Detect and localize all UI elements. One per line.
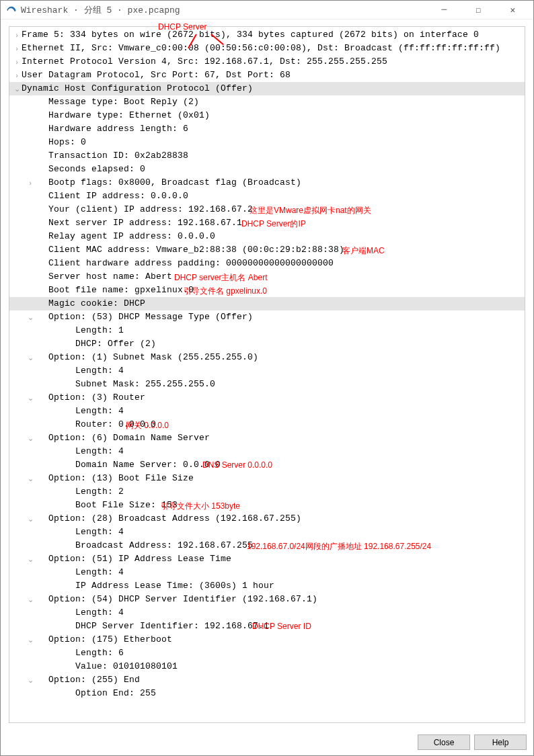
packet-details-pane[interactable]: ›Frame 5: 334 bytes on wire (2672 bits),…: [9, 26, 525, 723]
tree-row[interactable]: Client hardware address padding: 0000000…: [9, 257, 525, 270]
tree-row[interactable]: ›Bootp flags: 0x8000, Broadcast flag (Br…: [9, 176, 525, 190]
tree-row[interactable]: Relay agent IP address: 0.0.0.0: [9, 230, 525, 243]
tree-row[interactable]: ⌄Option: (3) Router: [9, 391, 525, 405]
tree-label: Length: 1: [48, 324, 124, 337]
tree-row[interactable]: Magic cookie: DHCP: [9, 297, 525, 310]
tree-row[interactable]: Boot file name: gpxelinux.0: [9, 284, 525, 297]
tree-label: Message type: Boot Reply (2): [35, 95, 199, 109]
chevron-down-icon[interactable]: ⌄: [26, 633, 35, 646]
tree-row[interactable]: Seconds elapsed: 0: [9, 163, 525, 176]
tree-row[interactable]: Length: 6: [9, 646, 525, 660]
tree-label: Client IP address: 0.0.0.0: [35, 190, 188, 203]
tree-label: Boot File Size: 153: [48, 499, 178, 512]
tree-row[interactable]: ⌄Option: (54) DHCP Server Identifier (19…: [9, 593, 525, 606]
chevron-right-icon[interactable]: ›: [12, 28, 22, 42]
tree-label: Client hardware address padding: 0000000…: [35, 257, 334, 270]
close-window-button[interactable]: ✕: [498, 1, 528, 19]
tree-row[interactable]: Length: 4: [9, 606, 525, 620]
tree-row[interactable]: Client IP address: 0.0.0.0: [9, 190, 525, 203]
chevron-right-icon[interactable]: ›: [12, 42, 22, 55]
tree-row[interactable]: DHCP: Offer (2): [9, 337, 525, 351]
chevron-down-icon[interactable]: ⌄: [12, 82, 22, 95]
tree-label: Bootp flags: 0x8000, Broadcast flag (Bro…: [35, 176, 301, 190]
tree-row[interactable]: Hardware type: Ethernet (0x01): [9, 109, 525, 122]
tree-row[interactable]: ⌄Dynamic Host Configuration Protocol (Of…: [9, 82, 525, 95]
tree-row[interactable]: Boot File Size: 153: [9, 499, 525, 512]
chevron-right-icon[interactable]: ›: [12, 69, 22, 82]
tree-label: Length: 2: [48, 485, 124, 499]
tree-row[interactable]: ›Internet Protocol Version 4, Src: 192.1…: [9, 55, 525, 69]
tree-row[interactable]: Client MAC address: Vmware_b2:88:38 (00:…: [9, 243, 525, 257]
tree-label: Router: 0.0.0.0: [48, 418, 156, 431]
wireshark-icon: [6, 5, 17, 15]
tree-label: Option: (175) Etherboot: [35, 633, 172, 646]
tree-row[interactable]: ›Frame 5: 334 bytes on wire (2672 bits),…: [9, 28, 525, 42]
tree-row[interactable]: DHCP Server Identifier: 192.168.67.1: [9, 620, 525, 633]
tree-row[interactable]: Length: 4: [9, 445, 525, 458]
chevron-down-icon[interactable]: ⌄: [26, 552, 35, 566]
tree-label: Length: 4: [48, 364, 124, 378]
tree-row[interactable]: Domain Name Server: 0.0.0.0: [9, 458, 525, 472]
chevron-down-icon[interactable]: ⌄: [26, 431, 35, 445]
tree-label: Magic cookie: DHCP: [35, 297, 145, 310]
tree-label: Frame 5: 334 bytes on wire (2672 bits), …: [22, 28, 479, 42]
chevron-down-icon[interactable]: ⌄: [26, 391, 35, 405]
tree-row[interactable]: IP Address Lease Time: (3600s) 1 hour: [9, 579, 525, 593]
tree-label: Subnet Mask: 255.255.255.0: [48, 378, 215, 391]
tree-row[interactable]: ›Ethernet II, Src: Vmware_c0:00:08 (00:5…: [9, 42, 525, 55]
chevron-down-icon[interactable]: ⌄: [26, 512, 35, 526]
tree-row[interactable]: ⌄Option: (6) Domain Name Server: [9, 431, 525, 445]
tree-row[interactable]: Length: 4: [9, 364, 525, 378]
tree-row[interactable]: Length: 4: [9, 566, 525, 579]
minimize-button[interactable]: ─: [429, 1, 459, 19]
tree-row[interactable]: Your (client) IP address: 192.168.67.2: [9, 203, 525, 216]
chevron-down-icon[interactable]: ⌄: [26, 673, 35, 687]
tree-row[interactable]: ⌄Option: (13) Boot File Size: [9, 472, 525, 485]
tree-row[interactable]: ›User Datagram Protocol, Src Port: 67, D…: [9, 69, 525, 82]
chevron-down-icon[interactable]: ⌄: [26, 310, 35, 324]
tree-row[interactable]: Broadcast Address: 192.168.67.255: [9, 539, 525, 552]
chevron-down-icon[interactable]: ⌄: [26, 472, 35, 485]
help-button[interactable]: Help: [474, 734, 527, 750]
tree-label: Your (client) IP address: 192.168.67.2: [35, 203, 253, 216]
tree-row[interactable]: ⌄Option: (255) End: [9, 673, 525, 687]
tree-row[interactable]: Next server IP address: 192.168.67.1: [9, 216, 525, 230]
tree-label: DHCP: Offer (2): [48, 337, 156, 351]
tree-label: Domain Name Server: 0.0.0.0: [48, 458, 221, 472]
tree-row[interactable]: Length: 4: [9, 526, 525, 539]
tree-row[interactable]: Length: 2: [9, 485, 525, 499]
tree-label: Hardware address length: 6: [35, 122, 188, 136]
tree-label: Length: 4: [48, 526, 124, 539]
tree-label: Hardware type: Ethernet (0x01): [35, 109, 210, 122]
tree-row[interactable]: Server host name: Abert: [9, 270, 525, 284]
tree-label: Ethernet II, Src: Vmware_c0:00:08 (00:50…: [22, 42, 500, 55]
maximize-button[interactable]: ☐: [463, 1, 494, 19]
tree-label: Option: (6) Domain Name Server: [35, 431, 210, 445]
tree-row[interactable]: Option End: 255: [9, 687, 525, 700]
tree-row[interactable]: ⌄Option: (175) Etherboot: [9, 633, 525, 646]
chevron-down-icon[interactable]: ⌄: [26, 593, 35, 606]
tree-row[interactable]: Message type: Boot Reply (2): [9, 95, 525, 109]
tree-row[interactable]: Value: 010101080101: [9, 660, 525, 673]
tree-label: Option End: 255: [48, 687, 156, 700]
tree-row[interactable]: Length: 1: [9, 324, 525, 337]
tree-label: Dynamic Host Configuration Protocol (Off…: [22, 82, 253, 95]
tree-label: Hops: 0: [35, 136, 86, 149]
tree-row[interactable]: ⌄Option: (53) DHCP Message Type (Offer): [9, 310, 525, 324]
chevron-right-icon[interactable]: ›: [26, 176, 35, 190]
tree-label: Option: (1) Subnet Mask (255.255.255.0): [35, 351, 258, 364]
chevron-right-icon[interactable]: ›: [12, 55, 22, 69]
tree-row[interactable]: Length: 4: [9, 405, 525, 418]
tree-row[interactable]: Hops: 0: [9, 136, 525, 149]
tree-row[interactable]: Subnet Mask: 255.255.255.0: [9, 378, 525, 391]
tree-row[interactable]: ⌄Option: (28) Broadcast Address (192.168…: [9, 512, 525, 526]
tree-row[interactable]: Transaction ID: 0x2ab28838: [9, 149, 525, 163]
tree-row[interactable]: ⌄Option: (51) IP Address Lease Time: [9, 552, 525, 566]
chevron-down-icon[interactable]: ⌄: [26, 351, 35, 364]
tree-label: Seconds elapsed: 0: [35, 163, 145, 176]
tree-label: Broadcast Address: 192.168.67.255: [48, 539, 253, 552]
tree-row[interactable]: Router: 0.0.0.0: [9, 418, 525, 431]
close-button[interactable]: Close: [418, 734, 470, 750]
tree-row[interactable]: Hardware address length: 6: [9, 122, 525, 136]
tree-row[interactable]: ⌄Option: (1) Subnet Mask (255.255.255.0): [9, 351, 525, 364]
